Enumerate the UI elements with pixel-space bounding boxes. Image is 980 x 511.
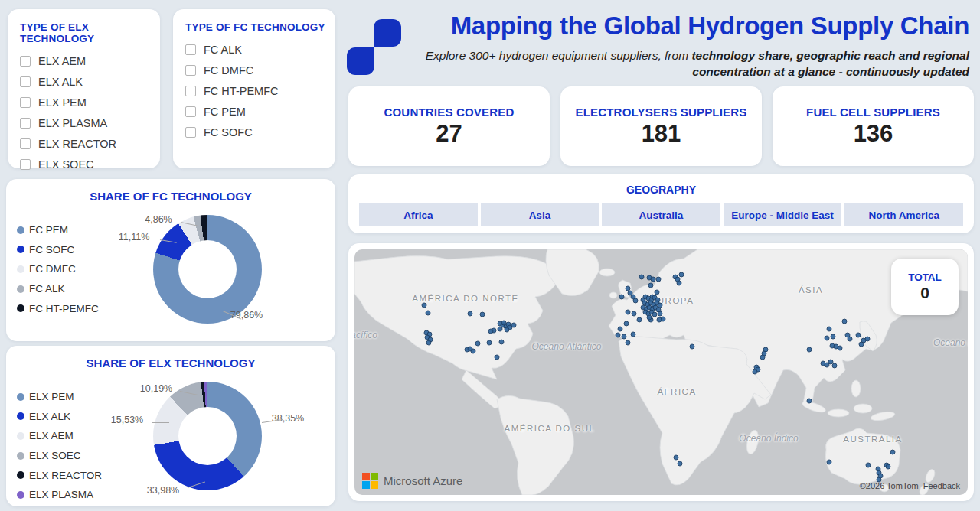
map-label-oceano-pac-fico: Oceano Pacífico — [933, 337, 968, 348]
feedback-link[interactable]: Feedback — [923, 481, 960, 490]
chart-data-label: 11,11% — [119, 232, 150, 242]
checkbox-item-elx-alk[interactable]: ELX ALK — [20, 71, 152, 92]
map-point — [422, 303, 427, 308]
legend-dot-icon — [17, 432, 24, 440]
checkbox-icon[interactable] — [20, 76, 31, 87]
legend-item-fc-alk[interactable]: FC ALK — [17, 279, 99, 299]
geo-button-australia[interactable]: Australia — [602, 203, 720, 226]
fc-donut-chart[interactable] — [153, 215, 262, 324]
map-point — [827, 460, 832, 465]
chart-title: SHARE OF FC TECHNOLOGY — [6, 179, 335, 203]
kpi-row: COUNTRIES COVERED 27 ELECTROLYSERS SUPPL… — [348, 86, 974, 166]
map-card: AMÉRICA DO NORTEEUROPAÁSIAÁFRICAAMÉRICA … — [348, 243, 974, 501]
map-total-card: TOTAL 0 — [891, 259, 959, 315]
checkbox-icon[interactable] — [20, 118, 31, 129]
checkbox-item-fc-sofc[interactable]: FC SOFC — [185, 122, 328, 142]
map-label-am-rica-do-norte: AMÉRICA DO NORTE — [412, 294, 518, 303]
header: Mapping the Global Hydrogen Supply Chain… — [345, 5, 974, 83]
checkbox-item-elx-plasma[interactable]: ELX PLASMA — [20, 112, 152, 133]
map-point — [657, 317, 662, 323]
checkbox-label: ELX PLASMA — [38, 117, 107, 129]
checkbox-label: ELX AEM — [38, 55, 86, 67]
map-label--sia: ÁSIA — [799, 285, 823, 295]
checkbox-item-elx-pem[interactable]: ELX PEM — [20, 92, 152, 112]
map-point — [505, 327, 510, 333]
geo-button-asia[interactable]: Asia — [481, 203, 599, 226]
chart-data-label: 38,35% — [272, 413, 304, 424]
microsoft-azure-logo: Microsoft Azure — [362, 473, 462, 489]
map-point — [426, 340, 432, 346]
legend-item-elx-pem[interactable]: ELX PEM — [17, 387, 102, 407]
chart-data-label: 4,86% — [145, 214, 172, 225]
legend-item-elx-plasma[interactable]: ELX PLASMA — [17, 485, 102, 505]
map-point — [658, 311, 663, 317]
map-point — [856, 333, 861, 338]
fc-checklist: FC ALKFC DMFCFC HT-PEMFCFC PEMFC SOFC — [173, 36, 335, 142]
legend-item-fc-pem[interactable]: FC PEM — [17, 220, 99, 240]
checkbox-item-fc-alk[interactable]: FC ALK — [185, 39, 328, 60]
map-point — [652, 312, 658, 317]
checkbox-icon[interactable] — [185, 106, 196, 117]
legend-label: FC PEM — [29, 224, 68, 236]
elx-donut-chart[interactable] — [153, 382, 262, 490]
legend-item-fc-ht-pemfc[interactable]: FC HT-PEMFC — [17, 298, 99, 318]
map-point — [825, 336, 830, 341]
legend-item-fc-dmfc[interactable]: FC DMFC — [17, 259, 99, 279]
legend-item-fc-sofc[interactable]: FC SOFC — [17, 240, 99, 260]
map-point — [865, 337, 871, 342]
map-point — [471, 349, 476, 354]
checkbox-icon[interactable] — [185, 127, 196, 138]
legend-item-elx-reactor[interactable]: ELX REACTOR — [17, 465, 102, 485]
map-point — [848, 337, 853, 342]
kpi-value: 136 — [854, 120, 893, 148]
geography-buttons: AfricaAsiaAustraliaEurope - Middle EastN… — [359, 203, 963, 226]
checkbox-item-elx-reactor[interactable]: ELX REACTOR — [20, 133, 152, 154]
chart-card-fc-share: SHARE OF FC TECHNOLOGY FC PEMFC SOFCFC D… — [6, 179, 335, 341]
checkbox-item-fc-pem[interactable]: FC PEM — [185, 101, 328, 122]
map-point — [677, 281, 682, 286]
geo-button-north-america[interactable]: North America — [844, 203, 963, 226]
checkbox-icon[interactable] — [20, 159, 31, 170]
checkbox-icon[interactable] — [20, 56, 31, 67]
checkbox-item-fc-ht-pemfc[interactable]: FC HT-PEMFC — [185, 80, 328, 101]
total-value: 0 — [920, 284, 929, 302]
checkbox-icon[interactable] — [20, 138, 31, 149]
map-point — [831, 334, 836, 340]
geo-button-europe-middle-east[interactable]: Europe - Middle East — [724, 203, 842, 226]
map-point — [762, 351, 767, 356]
microsoft-logo-icon — [362, 473, 378, 489]
checkbox-item-elx-soec[interactable]: ELX SOEC — [20, 154, 152, 174]
kpi-label: FUEL CELL SUPPLIERS — [806, 106, 940, 119]
legend-dot-icon — [17, 412, 24, 420]
legend-label: ELX REACTOR — [29, 470, 102, 481]
map-point — [807, 347, 812, 353]
map-point — [890, 450, 896, 455]
map-point — [480, 312, 485, 317]
map-point — [674, 455, 679, 461]
checkbox-icon[interactable] — [185, 44, 196, 55]
checkbox-label: ELX REACTOR — [38, 138, 116, 150]
map-point — [690, 344, 695, 350]
checkbox-label: FC ALK — [204, 44, 242, 56]
kpi-label: COUNTRIES COVERED — [384, 106, 514, 119]
checkbox-icon[interactable] — [20, 97, 31, 108]
legend-item-elx-aem[interactable]: ELX AEM — [17, 426, 102, 446]
world-map[interactable]: AMÉRICA DO NORTEEUROPAÁSIAÁFRICAAMÉRICA … — [354, 249, 968, 495]
map-point — [426, 311, 431, 316]
checkbox-label: ELX PEM — [38, 96, 87, 109]
kpi-electrolysers-suppliers: ELECTROLYSERS SUPPLIERS 181 — [560, 86, 762, 166]
checkbox-icon[interactable] — [185, 65, 196, 76]
map-point — [499, 340, 505, 345]
geo-button-africa[interactable]: Africa — [359, 203, 478, 226]
legend-item-elx-soec[interactable]: ELX SOEC — [17, 446, 102, 466]
subtitle-bold-1: technology share, geographic reach and r… — [691, 49, 969, 62]
checkbox-item-fc-dmfc[interactable]: FC DMFC — [185, 60, 328, 80]
checkbox-item-elx-aem[interactable]: ELX AEM — [20, 50, 152, 71]
checkbox-icon[interactable] — [185, 86, 196, 96]
legend-dot-icon — [17, 285, 24, 293]
filter-card-fc: TYPE OF FC TECHNOLOGY FC ALKFC DMFCFC HT… — [173, 9, 335, 168]
legend-item-elx-alk[interactable]: ELX ALK — [17, 407, 102, 427]
kpi-value: 27 — [436, 120, 462, 148]
checkbox-label: FC PEM — [204, 106, 246, 118]
map-point — [647, 315, 652, 321]
